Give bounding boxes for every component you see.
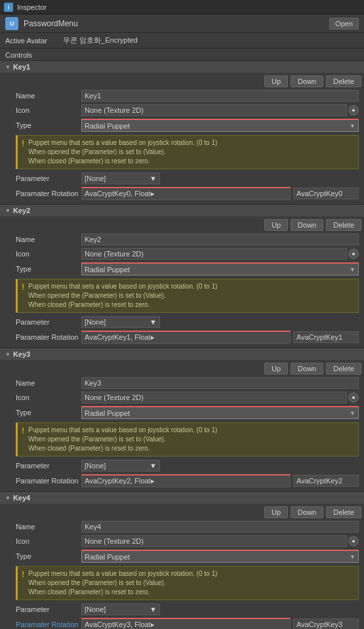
- type-value-key2[interactable]: Radial Puppet ▼: [81, 262, 359, 275]
- name-row-key3: Name Key3: [0, 376, 364, 390]
- paramrot-row-key3: Paramater Rotation AvaCryptKey2, Float▸ …: [0, 473, 364, 489]
- name-value-key4[interactable]: Key4: [81, 521, 359, 533]
- key-section-key2: ▼ Key2 Up Down Delete Name Key2 Icon Non…: [0, 205, 364, 348]
- info-icon-key2: !: [22, 282, 24, 292]
- icon-value-key2[interactable]: None (Texture 2D): [81, 248, 347, 260]
- keys-container: ▼ Key1 Up Down Delete Name Key1 Icon Non…: [0, 61, 364, 629]
- param-arrow-key1: ▼: [150, 174, 157, 182]
- key-header-key4[interactable]: ▼ Key4: [0, 492, 364, 504]
- param-row-key2: Parameter [None] ▼: [0, 315, 364, 329]
- type-value-key3[interactable]: Radial Puppet ▼: [81, 406, 359, 419]
- key-delete-btn-key1[interactable]: Delete: [326, 75, 361, 87]
- type-value-key4[interactable]: Radial Puppet ▼: [81, 550, 359, 563]
- key-header-label-key2: Key2: [13, 207, 30, 214]
- key-up-btn-key4[interactable]: Up: [264, 506, 288, 518]
- key-buttons-key4: Up Down Delete: [0, 504, 364, 519]
- key-buttons-key3: Up Down Delete: [0, 360, 364, 376]
- paramrot-label-key1: Paramater Rotation: [16, 190, 81, 197]
- icon-dot-btn-key3[interactable]: ●: [348, 392, 359, 403]
- icon-value-key4[interactable]: None (Texture 2D): [81, 535, 347, 547]
- type-value-text-key3: Radial Puppet: [85, 409, 130, 417]
- active-avatar-value: 우콘 암호화_Encrypted: [63, 35, 138, 45]
- app-header: U PasswordMenu Open: [0, 14, 364, 33]
- paramrot-extra-key3: AvaCryptKey2: [293, 475, 359, 487]
- icon-label-key4: Icon: [16, 537, 81, 545]
- key-section-key1: ▼ Key1 Up Down Delete Name Key1 Icon Non…: [0, 61, 364, 205]
- name-value-key2[interactable]: Key2: [81, 233, 359, 245]
- key-down-btn-key1[interactable]: Down: [291, 75, 323, 87]
- icon-dot-btn-key2[interactable]: ●: [348, 249, 359, 259]
- paramrot-extra-key4: AvaCryptKey3: [293, 619, 359, 629]
- paramrot-label-key4: Paramater Rotation: [16, 620, 81, 628]
- type-label-key2: Type: [16, 265, 81, 273]
- param-value-key2: [None]: [85, 318, 106, 326]
- key-up-btn-key2[interactable]: Up: [264, 219, 288, 231]
- param-label-key2: Parameter: [16, 318, 81, 326]
- key-up-btn-key3[interactable]: Up: [264, 363, 288, 375]
- key-header-key2[interactable]: ▼ Key2: [0, 205, 364, 216]
- param-dropdown-key1[interactable]: [None] ▼: [81, 172, 160, 184]
- paramrot-value-key4[interactable]: AvaCryptKey3, Float▸: [81, 618, 291, 629]
- type-row-key3: Type Radial Puppet ▼: [0, 405, 364, 420]
- type-label-key4: Type: [16, 552, 81, 560]
- param-dropdown-key4[interactable]: [None] ▼: [81, 603, 160, 615]
- type-label-key3: Type: [16, 409, 81, 416]
- icon-row-key2: Icon None (Texture 2D) ●: [0, 247, 364, 261]
- info-icon-key1: !: [22, 138, 24, 148]
- type-label-key1: Type: [16, 121, 81, 129]
- icon-dot-btn-key1[interactable]: ●: [348, 105, 359, 115]
- type-row-key1: Type Radial Puppet ▼: [0, 117, 364, 133]
- type-value-text-key2: Radial Puppet: [85, 266, 130, 274]
- paramrot-extra-key2: AvaCryptKey1: [293, 331, 359, 343]
- name-label-key1: Name: [16, 92, 81, 100]
- type-dropdown-arrow-key4: ▼: [350, 554, 355, 560]
- title-bar: i Inspector: [0, 0, 364, 14]
- key-delete-btn-key4[interactable]: Delete: [326, 506, 361, 518]
- name-row-key2: Name Key2: [0, 232, 364, 247]
- icon-value-key3[interactable]: None (Texture 2D): [81, 392, 347, 403]
- icon-dot-btn-key4[interactable]: ●: [348, 536, 359, 546]
- info-box-key1: ! Puppet menu that sets a value based on…: [16, 135, 359, 169]
- key-down-btn-key4[interactable]: Down: [291, 506, 323, 518]
- param-value-key4: [None]: [85, 605, 106, 613]
- param-dropdown-key2[interactable]: [None] ▼: [81, 316, 160, 328]
- type-value-key1[interactable]: Radial Puppet ▼: [81, 119, 359, 132]
- key-section-key3: ▼ Key3 Up Down Delete Name Key3 Icon Non…: [0, 348, 364, 492]
- paramrot-value-key1[interactable]: AvaCryptKey0, Float▸: [81, 187, 291, 200]
- icon-label-key3: Icon: [16, 394, 81, 401]
- controls-section: Controls: [0, 49, 364, 61]
- param-value-key3: [None]: [85, 462, 106, 470]
- key-header-key3[interactable]: ▼ Key3: [0, 348, 364, 360]
- name-value-key3[interactable]: Key3: [81, 377, 359, 389]
- key-delete-btn-key3[interactable]: Delete: [326, 363, 361, 375]
- open-button[interactable]: Open: [329, 18, 359, 30]
- key-triangle-key2: ▼: [5, 208, 10, 214]
- name-value-key1[interactable]: Key1: [81, 90, 359, 102]
- key-header-label-key3: Key3: [13, 350, 30, 358]
- param-dropdown-key3[interactable]: [None] ▼: [81, 460, 160, 472]
- param-arrow-key4: ▼: [150, 605, 157, 613]
- param-row-key1: Parameter [None] ▼: [0, 171, 364, 186]
- paramrot-value-key2[interactable]: AvaCryptKey1, Float▸: [81, 331, 291, 344]
- paramrot-label-key3: Paramater Rotation: [16, 477, 81, 485]
- type-dropdown-arrow-key1: ▼: [350, 123, 355, 129]
- name-label-key2: Name: [16, 235, 81, 243]
- name-label-key4: Name: [16, 523, 81, 531]
- app-title: PasswordMenu: [24, 19, 78, 28]
- info-box-key3: ! Puppet menu that sets a value based on…: [16, 422, 359, 457]
- info-text-key2: Puppet menu that sets a value based on j…: [28, 282, 217, 310]
- param-label-key4: Parameter: [16, 605, 81, 613]
- key-down-btn-key3[interactable]: Down: [291, 363, 323, 375]
- key-header-key1[interactable]: ▼ Key1: [0, 61, 364, 73]
- icon-value-key1[interactable]: None (Texture 2D): [81, 104, 347, 116]
- key-delete-btn-key2[interactable]: Delete: [326, 219, 361, 231]
- key-up-btn-key1[interactable]: Up: [264, 75, 288, 87]
- param-label-key3: Parameter: [16, 462, 81, 470]
- key-down-btn-key2[interactable]: Down: [291, 219, 323, 231]
- type-row-key2: Type Radial Puppet ▼: [0, 261, 364, 277]
- key-header-label-key1: Key1: [13, 63, 30, 71]
- paramrot-value-key3[interactable]: AvaCryptKey2, Float▸: [81, 474, 291, 487]
- paramrot-row-key2: Paramater Rotation AvaCryptKey1, Float▸ …: [0, 329, 364, 345]
- info-icon-key3: !: [22, 426, 24, 436]
- param-arrow-key2: ▼: [150, 318, 157, 326]
